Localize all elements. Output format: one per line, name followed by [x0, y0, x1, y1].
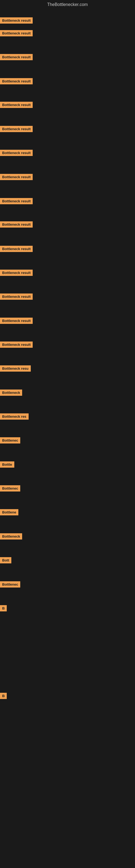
bottleneck-badge: Bottleneck result: [0, 18, 33, 24]
bottleneck-result-item: B: [0, 605, 7, 611]
bottleneck-badge: Bottleneck result: [0, 270, 33, 276]
bottleneck-result-item: Bottleneck result: [0, 270, 33, 276]
bottleneck-result-item: Bottleneck resu: [0, 365, 31, 372]
bottleneck-result-item: Bottleneck result: [0, 246, 33, 252]
bottleneck-result-item: Bottle: [0, 461, 14, 468]
bottleneck-result-item: Bottlenec: [0, 581, 20, 588]
bottleneck-result-item: Bottleneck result: [0, 18, 33, 24]
bottleneck-badge: Bottleneck result: [0, 78, 33, 84]
bottleneck-badge: Bottlene: [0, 509, 18, 516]
bottleneck-badge: Bottleneck result: [0, 318, 33, 324]
bottleneck-badge: B: [0, 605, 7, 611]
bottleneck-result-item: Bottleneck result: [0, 126, 33, 132]
bottleneck-badge: Bottleneck result: [0, 54, 33, 60]
bottleneck-badge: Bottleneck: [0, 390, 22, 396]
bottleneck-result-item: Bottleneck result: [0, 174, 33, 180]
bottleneck-badge: Bottleneck result: [0, 174, 33, 180]
bottleneck-result-item: Bottlenec: [0, 485, 20, 492]
bottleneck-badge: Bottleneck res: [0, 413, 29, 420]
bottleneck-result-item: Bottleneck result: [0, 30, 33, 36]
bottleneck-result-item: Bottleneck: [0, 390, 22, 396]
bottleneck-badge: Bottleneck: [0, 533, 22, 539]
bottleneck-result-item: Bottleneck result: [0, 318, 33, 324]
site-title: TheBottlenecker.com: [0, 0, 135, 9]
bottleneck-badge: Bottlenec: [0, 485, 20, 492]
bottleneck-badge: Bottle: [0, 461, 14, 468]
bottleneck-badge: Bott: [0, 557, 11, 563]
bottleneck-badge: Bottleneck result: [0, 150, 33, 156]
bottleneck-badge: Bottleneck result: [0, 126, 33, 132]
bottleneck-badge: Bottleneck resu: [0, 365, 31, 372]
bottleneck-badge: Bottleneck result: [0, 30, 33, 36]
bottleneck-result-item: Bottleneck result: [0, 293, 33, 300]
bottleneck-badge: B: [0, 693, 7, 699]
bottleneck-badge: Bottleneck result: [0, 198, 33, 204]
bottleneck-result-item: Bottleneck result: [0, 341, 33, 348]
bottleneck-result-item: Bottleneck res: [0, 413, 29, 420]
bottleneck-result-item: Bottleneck result: [0, 102, 33, 108]
bottleneck-badge: Bottleneck result: [0, 293, 33, 300]
bottleneck-result-item: Bottleneck result: [0, 78, 33, 84]
bottleneck-result-item: Bottleneck result: [0, 150, 33, 156]
bottleneck-result-item: Bottleneck result: [0, 54, 33, 60]
bottleneck-result-item: Bottleneck result: [0, 221, 33, 227]
bottleneck-badge: Bottleneck result: [0, 102, 33, 108]
bottleneck-result-item: Bottlenec: [0, 437, 20, 443]
bottleneck-result-item: Bottleneck: [0, 533, 22, 539]
bottleneck-badge: Bottleneck result: [0, 246, 33, 252]
bottleneck-badge: Bottleneck result: [0, 341, 33, 348]
bottleneck-badge: Bottlenec: [0, 581, 20, 588]
bottleneck-badge: Bottleneck result: [0, 221, 33, 227]
bottleneck-result-item: Bottleneck result: [0, 198, 33, 204]
bottleneck-badge: Bottlenec: [0, 437, 20, 443]
bottleneck-result-item: B: [0, 693, 7, 699]
bottleneck-result-item: Bottlene: [0, 509, 18, 516]
site-title-text: TheBottlenecker.com: [47, 2, 88, 7]
bottleneck-result-item: Bott: [0, 557, 11, 563]
